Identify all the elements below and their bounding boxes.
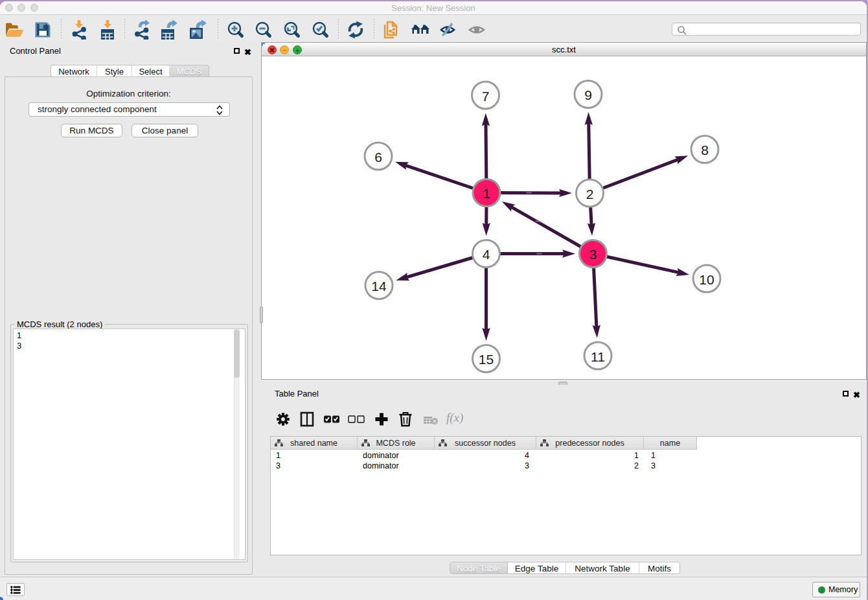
svg-text:9: 9 (584, 87, 592, 102)
svg-text:6: 6 (374, 150, 382, 165)
svg-text:4: 4 (483, 247, 490, 262)
svg-text:10: 10 (699, 272, 714, 287)
svg-text:14: 14 (371, 279, 387, 294)
svg-text:15: 15 (479, 352, 494, 367)
svg-text:11: 11 (591, 349, 605, 364)
svg-text:1: 1 (483, 186, 490, 201)
svg-text:3: 3 (589, 247, 597, 262)
svg-text:7: 7 (482, 89, 490, 104)
svg-text:2: 2 (586, 187, 594, 202)
svg-text:8: 8 (701, 143, 709, 157)
